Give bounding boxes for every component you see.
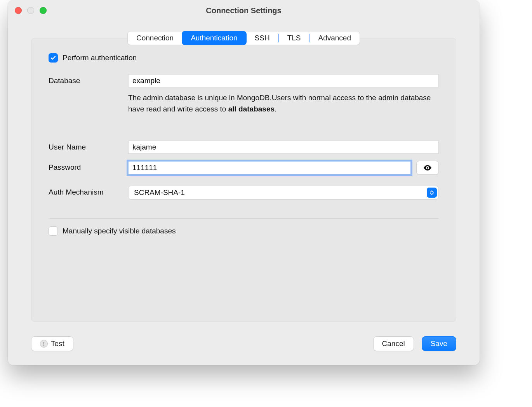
- tab-ssh[interactable]: SSH: [246, 31, 278, 45]
- username-label: User Name: [49, 141, 128, 151]
- minimize-window-icon: [27, 7, 34, 14]
- save-button[interactable]: Save: [422, 336, 456, 351]
- svg-point-0: [427, 167, 428, 169]
- database-input[interactable]: [128, 74, 439, 87]
- traffic-lights: [15, 7, 47, 14]
- database-hint-text: The admin database is unique in MongoDB.…: [128, 94, 431, 113]
- dialog-window: Connection Settings Connection Authentic…: [8, 0, 480, 365]
- database-hint-text-2: .: [275, 105, 276, 113]
- perform-auth-checkbox[interactable]: [49, 53, 58, 63]
- test-button[interactable]: ! Test: [31, 336, 73, 351]
- divider: [49, 218, 439, 219]
- database-hint: The admin database is unique in MongoDB.…: [128, 92, 439, 115]
- select-chevron-icon: [427, 188, 437, 198]
- zoom-window-icon[interactable]: [40, 7, 47, 14]
- tab-connection[interactable]: Connection: [128, 31, 182, 45]
- cancel-button-label: Cancel: [382, 339, 405, 348]
- database-hint-bold: all databases: [228, 105, 275, 113]
- segmented-tabs: Connection Authentication SSH TLS Advanc…: [127, 31, 360, 45]
- auth-mechanism-select[interactable]: SCRAM-SHA-1: [128, 186, 439, 200]
- database-label: Database: [49, 74, 128, 85]
- manual-databases-checkbox[interactable]: [49, 226, 58, 236]
- auth-panel: Perform authentication Database The admi…: [31, 38, 456, 322]
- cancel-button[interactable]: Cancel: [373, 336, 414, 351]
- tab-authentication[interactable]: Authentication: [182, 31, 246, 45]
- perform-auth-label: Perform authentication: [63, 54, 137, 62]
- toggle-password-visibility-button[interactable]: [416, 161, 439, 175]
- tab-advanced[interactable]: Advanced: [309, 31, 360, 45]
- username-input[interactable]: [128, 141, 439, 154]
- tab-tls[interactable]: TLS: [279, 31, 309, 45]
- close-window-icon[interactable]: [15, 7, 22, 14]
- save-button-label: Save: [431, 339, 447, 348]
- eye-icon: [423, 163, 432, 172]
- exclamation-icon: !: [40, 340, 48, 348]
- footer-button-group: Cancel Save: [373, 336, 456, 351]
- window-title: Connection Settings: [206, 6, 281, 15]
- auth-mechanism-value: SCRAM-SHA-1: [134, 188, 185, 197]
- manual-databases-label: Manually specify visible databases: [63, 227, 176, 235]
- titlebar: Connection Settings: [8, 0, 480, 21]
- password-input[interactable]: [128, 161, 411, 174]
- password-label: Password: [49, 161, 128, 172]
- test-button-label: Test: [51, 339, 64, 348]
- check-icon: [50, 55, 56, 61]
- dialog-footer: ! Test Cancel Save: [31, 336, 456, 351]
- auth-mechanism-label: Auth Mechanism: [49, 186, 128, 197]
